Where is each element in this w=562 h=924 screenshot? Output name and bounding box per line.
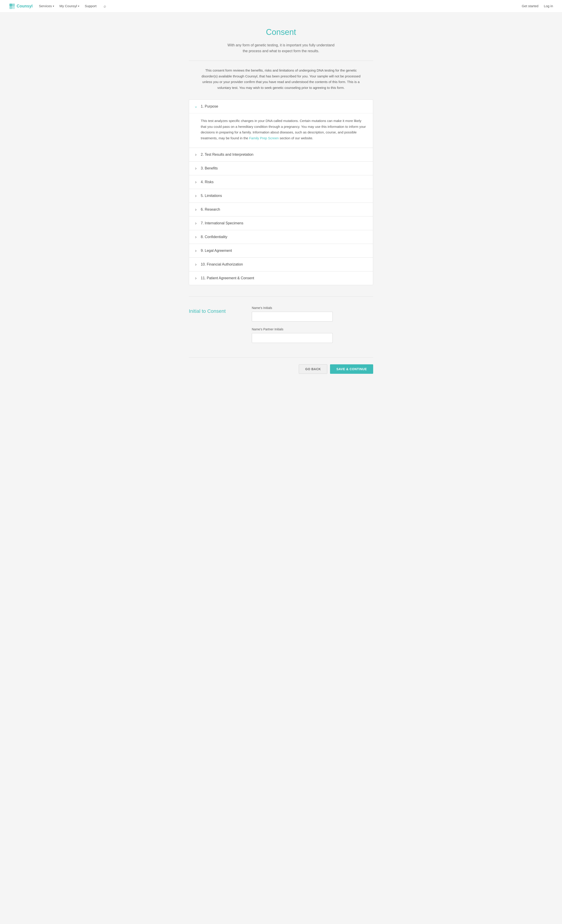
- search-icon[interactable]: ⌕: [104, 3, 106, 9]
- accordion-title-1: 1. Purpose: [201, 104, 218, 109]
- consent-section-label: Initial to Consent: [189, 308, 238, 315]
- page-wrapper: Consent With any form of genetic testing…: [184, 13, 378, 392]
- partner-initials-input[interactable]: [252, 333, 333, 343]
- chevron-right-icon-2: [194, 152, 198, 157]
- accordion-title-7: 7. International Specimens: [201, 220, 243, 226]
- nav-mycounsyl-label: My Counsyl: [60, 4, 77, 9]
- accordion-header-3[interactable]: 3. Benefits: [189, 162, 373, 175]
- accordion-item-11: 11. Patient Agreement & Consent: [189, 272, 373, 285]
- accordion-header-5[interactable]: 5. Limitations: [189, 189, 373, 202]
- chevron-right-icon-3: [194, 166, 198, 171]
- chevron-right-icon-5: [194, 194, 198, 198]
- accordion-header-2[interactable]: 2. Test Results and Interpretation: [189, 148, 373, 161]
- name-initials-label: Name's Initials: [252, 306, 373, 310]
- nav-get-started[interactable]: Get started: [522, 4, 538, 9]
- nav-item-mycounsyl[interactable]: My Counsyl ▾: [60, 4, 79, 9]
- accordion-title-10: 10. Financial Authorization: [201, 262, 243, 267]
- partner-initials-group: Name's Partner Initials: [252, 327, 373, 343]
- accordion-item-2: 2. Test Results and Interpretation: [189, 148, 373, 162]
- family-prep-screen-link[interactable]: Family Prep Screen: [249, 136, 279, 140]
- accordion-title-9: 9. Legal Agreement: [201, 248, 232, 254]
- intro-text: This consent form reviews the benefits, …: [200, 68, 362, 90]
- logo-icon: [9, 3, 15, 9]
- chevron-right-icon-10: [194, 262, 198, 267]
- page-subtitle: With any form of genetic testing, it is …: [227, 42, 335, 54]
- svg-rect-0: [9, 4, 12, 6]
- consent-label-col: Initial to Consent: [189, 306, 238, 315]
- chevron-right-icon-8: [194, 235, 198, 239]
- accordion-item-4: 4. Risks: [189, 175, 373, 189]
- accordion-header-4[interactable]: 4. Risks: [189, 175, 373, 189]
- consent-section: Initial to Consent Name's Initials Name'…: [189, 296, 373, 374]
- chevron-right-icon-11: [194, 276, 198, 280]
- partner-initials-label: Name's Partner Initials: [252, 327, 373, 332]
- bottom-divider: [189, 357, 373, 358]
- nav-item-services[interactable]: Services ▾: [39, 4, 54, 9]
- accordion-header-10[interactable]: 10. Financial Authorization: [189, 258, 373, 271]
- accordion-title-4: 4. Risks: [201, 179, 214, 185]
- accordion-header-11[interactable]: 11. Patient Agreement & Consent: [189, 272, 373, 285]
- consent-fields-col: Name's Initials Name's Partner Initials: [252, 306, 373, 348]
- accordion-title-5: 5. Limitations: [201, 193, 222, 198]
- chevron-right-icon-9: [194, 249, 198, 253]
- go-back-button[interactable]: GO BACK: [299, 364, 327, 374]
- accordion-item-10: 10. Financial Authorization: [189, 258, 373, 272]
- button-row: GO BACK SAVE & CONTINUE: [189, 364, 373, 374]
- name-initials-group: Name's Initials: [252, 306, 373, 322]
- accordion-title-6: 6. Research: [201, 207, 220, 212]
- accordion-header-9[interactable]: 9. Legal Agreement: [189, 244, 373, 258]
- mycounsyl-chevron-icon: ▾: [78, 4, 79, 8]
- svg-rect-3: [12, 6, 15, 9]
- chevron-right-icon-7: [194, 221, 198, 225]
- accordion-title-11: 11. Patient Agreement & Consent: [201, 276, 254, 281]
- nav-login[interactable]: Log in: [544, 4, 553, 9]
- accordion-item-5: 5. Limitations: [189, 189, 373, 203]
- navigation: Counsyl Services ▾ My Counsyl ▾ Support: [0, 0, 562, 13]
- services-chevron-icon: ▾: [53, 4, 54, 8]
- chevron-down-icon-1: [194, 104, 198, 109]
- logo[interactable]: Counsyl: [9, 3, 33, 9]
- chevron-right-icon-6: [194, 207, 198, 212]
- accordion-title-2: 2. Test Results and Interpretation: [201, 152, 254, 157]
- name-initials-input[interactable]: [252, 312, 333, 322]
- svg-rect-1: [12, 4, 15, 6]
- accordion-item-7: 7. International Specimens: [189, 216, 373, 230]
- nav-support-label: Support: [85, 4, 97, 9]
- consent-accordion: 1. Purpose This test analyzes specific c…: [189, 99, 373, 285]
- accordion-content-1: This test analyzes specific changes in y…: [189, 113, 373, 148]
- accordion-item-3: 3. Benefits: [189, 162, 373, 175]
- chevron-right-icon-4: [194, 180, 198, 184]
- consent-divider: [189, 296, 373, 297]
- logo-text: Counsyl: [16, 3, 33, 9]
- header-divider: [189, 60, 373, 61]
- accordion-item-6: 6. Research: [189, 203, 373, 216]
- svg-rect-2: [9, 6, 12, 9]
- accordion-header-7[interactable]: 7. International Specimens: [189, 216, 373, 230]
- accordion-header-8[interactable]: 8. Confidentiality: [189, 230, 373, 244]
- accordion-header-1[interactable]: 1. Purpose: [189, 100, 373, 113]
- consent-row: Initial to Consent Name's Initials Name'…: [189, 306, 373, 348]
- accordion-title-3: 3. Benefits: [201, 166, 218, 171]
- nav-services-label: Services: [39, 4, 52, 9]
- accordion-item-8: 8. Confidentiality: [189, 230, 373, 244]
- accordion-item-1: 1. Purpose This test analyzes specific c…: [189, 100, 373, 148]
- accordion-text-1-after: section of our website.: [279, 136, 313, 140]
- accordion-item-9: 9. Legal Agreement: [189, 244, 373, 258]
- accordion-title-8: 8. Confidentiality: [201, 234, 227, 240]
- accordion-header-6[interactable]: 6. Research: [189, 203, 373, 216]
- save-continue-button[interactable]: SAVE & CONTINUE: [330, 364, 373, 374]
- page-title: Consent: [189, 26, 373, 38]
- nav-item-support[interactable]: Support: [85, 4, 97, 9]
